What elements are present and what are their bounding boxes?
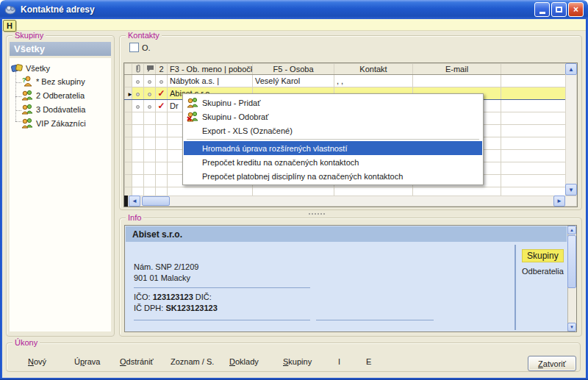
people-group-icon — [21, 118, 33, 129]
close-window-button[interactable]: Zatvoriť — [528, 356, 576, 371]
column-header-extra — [501, 64, 566, 75]
menu-item-discipline-recalc[interactable]: Prepočet platobnej disciplíny na označen… — [184, 169, 482, 183]
groups-panel: Skupiny Všetky Všetky ? * Bez — [6, 35, 115, 337]
ico-line: IČO: 123123123 DIČ: — [134, 293, 212, 301]
info-panel: Info Abiset s.r.o. Nám. SNP 2/1209 901 0… — [119, 218, 582, 337]
i-button[interactable]: I — [338, 354, 340, 369]
menu-separator — [187, 139, 479, 140]
divider-line — [316, 320, 434, 320]
tree-item-no-group[interactable]: ? * Bez skupiny — [21, 76, 85, 87]
tree-item-all[interactable]: Všetky — [11, 62, 50, 74]
ico-value: 123123123 — [153, 293, 193, 301]
scroll-corner-marker — [124, 196, 128, 207]
cell-contact: , , — [334, 75, 413, 87]
ic-dph-line: IČ DPH: SK123123123 — [134, 304, 218, 312]
info-scroll-up-icon[interactable]: ▲ — [567, 226, 576, 234]
column-header-count[interactable]: 2 — [156, 64, 168, 75]
info-scroll-down-icon[interactable]: ▼ — [567, 323, 576, 331]
cell-person: Veselý Karol — [253, 75, 334, 87]
tree-item-odberatelia[interactable]: 2 Odberatelia — [21, 90, 85, 101]
column-header-name[interactable]: F3 - Ob. meno | pobočka — [168, 64, 253, 75]
new-button[interactable]: Nový — [28, 354, 46, 369]
people-group-icon — [21, 104, 33, 115]
select-all-label: O. — [142, 43, 151, 52]
table-header-row: 2 F3 - Ob. meno | pobočka F5 - Osoba Kon… — [125, 64, 566, 75]
divider-line — [134, 320, 310, 320]
address-line2: 901 01 Malacky — [134, 273, 190, 282]
company-name: Abiset s.r.o. — [126, 226, 567, 242]
menu-item-group-add[interactable]: Skupinu - Pridať — [184, 96, 482, 110]
selected-group-header: Všetky — [10, 42, 111, 56]
splitter-handle[interactable] — [309, 213, 325, 215]
scroll-up-icon[interactable]: ▲ — [565, 63, 577, 75]
maximize-button[interactable] — [551, 2, 567, 17]
address-line1: Nám. SNP 2/1209 — [134, 262, 198, 271]
title-bar[interactable]: Kontaktné adresy × — [0, 0, 588, 19]
groups-panel-label: Skupiny — [12, 31, 46, 40]
column-header-contact[interactable]: Kontakt — [334, 64, 413, 75]
window-title: Kontaktné adresy — [21, 4, 95, 15]
table-row[interactable]: Nábytok a.s. | Veselý Karol , , — [125, 75, 566, 87]
info-card: Abiset s.r.o. Nám. SNP 2/1209 901 01 Mal… — [124, 225, 577, 332]
current-row-arrow-icon: ► — [127, 91, 132, 98]
comment-balloon-icon[interactable] — [144, 64, 156, 75]
close-icon[interactable]: × — [568, 2, 584, 17]
e-button[interactable]: E — [366, 354, 371, 369]
select-all-checkbox[interactable] — [129, 43, 139, 52]
marker-icon — [136, 93, 140, 96]
table-vertical-scrollbar[interactable] — [565, 63, 577, 196]
minimize-button[interactable] — [534, 2, 550, 17]
column-header-person[interactable]: F5 - Osoba — [253, 64, 334, 75]
group-membership: Odberatelia — [522, 267, 564, 276]
tree-item-vip[interactable]: VIP Zákazníci — [21, 118, 86, 129]
marker-icon — [136, 80, 140, 84]
menu-item-credit-recalc[interactable]: Prepočet kreditu na označených kontaktoc… — [184, 155, 482, 169]
actions-panel-label: Úkony — [12, 338, 40, 347]
scroll-right-icon[interactable]: ► — [553, 196, 565, 207]
groups-button[interactable]: Skupiny — [283, 354, 312, 369]
list-button[interactable]: Zoznam / S. — [171, 354, 214, 369]
checkmark-icon: ✓ — [157, 101, 165, 111]
cell-name: Nábytok a.s. | — [168, 75, 253, 87]
people-group-icon — [21, 90, 33, 101]
scroll-left-icon[interactable]: ◄ — [129, 196, 140, 207]
delete-button[interactable]: Odstrániť — [120, 354, 154, 369]
tree-item-dodavatelia[interactable]: 3 Dodávatelia — [21, 104, 85, 115]
column-header-email[interactable]: E-mail — [413, 64, 501, 75]
vertical-divider — [514, 245, 516, 330]
marker-icon — [148, 80, 151, 84]
scroll-down-icon[interactable]: ▼ — [565, 184, 577, 196]
ic-dph-value: SK123123123 — [165, 304, 217, 312]
documents-button[interactable]: Doklady — [229, 354, 259, 369]
marker-icon — [148, 105, 151, 109]
app-window: Kontaktné adresy × H Skupiny Všetky Všet… — [0, 0, 588, 380]
context-menu: Skupinu - Pridať Skupinu - Odobrať Expor… — [182, 93, 484, 185]
contacts-panel-label: Kontakty — [126, 31, 162, 40]
paperclip-icon[interactable] — [132, 64, 144, 75]
app-icon — [4, 4, 17, 15]
help-button[interactable]: H — [3, 20, 16, 32]
row-indicator-header — [125, 64, 132, 75]
svg-text:?: ? — [22, 76, 26, 84]
menu-item-export-xls[interactable]: Export - XLS (Označené) — [184, 123, 482, 137]
groups-root-icon — [11, 62, 23, 74]
menu-item-group-remove[interactable]: Skupinu - Odobrať — [184, 110, 482, 123]
groups-tree: Všetky ? * Bez skupiny 2 Odberatelia — [10, 58, 111, 331]
edit-button[interactable]: Úprava — [74, 354, 100, 369]
group-add-icon — [187, 97, 198, 108]
info-scroll-thumb[interactable] — [567, 235, 576, 288]
person-question-icon: ? — [21, 76, 33, 87]
window-frame — [0, 18, 2, 380]
groups-badge: Skupiny — [522, 249, 564, 262]
checkmark-icon: ✓ — [157, 88, 165, 98]
menu-item-bulk-edit[interactable]: Hromadná úprava rozšírených vlastností — [184, 141, 482, 155]
horizontal-scroll-thumb[interactable] — [142, 196, 170, 206]
divider-line — [134, 287, 310, 288]
marker-icon — [148, 93, 151, 96]
cell-email — [413, 75, 501, 87]
toolbar-strip — [2, 19, 586, 31]
table-horizontal-scrollbar[interactable] — [124, 196, 577, 207]
group-remove-icon — [187, 111, 198, 122]
marker-icon — [159, 80, 163, 84]
marker-icon — [136, 105, 140, 109]
